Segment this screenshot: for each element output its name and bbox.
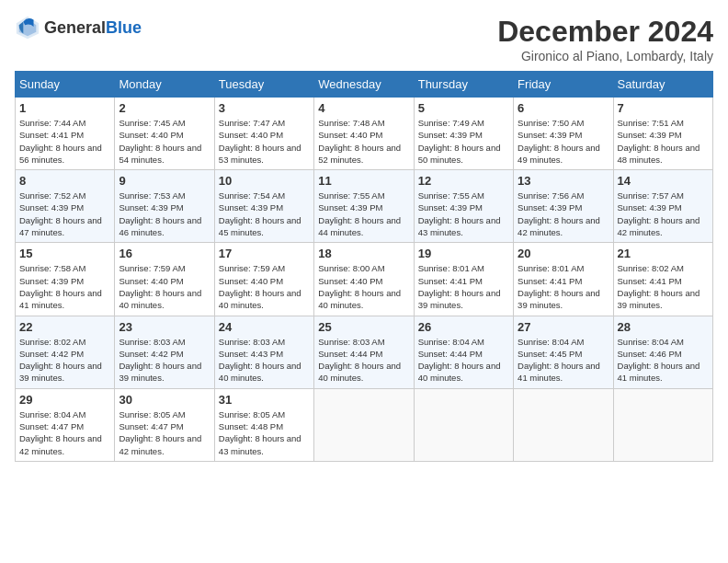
day-cell: 19Sunrise: 8:01 AMSunset: 4:41 PMDayligh… bbox=[414, 243, 513, 316]
day-info: Sunrise: 7:55 AMSunset: 4:39 PMDaylight:… bbox=[418, 190, 509, 238]
title-area: December 2024 Gironico al Piano, Lombard… bbox=[497, 15, 713, 63]
day-number: 20 bbox=[518, 247, 609, 260]
day-cell: 27Sunrise: 8:04 AMSunset: 4:45 PMDayligh… bbox=[514, 316, 613, 388]
day-info: Sunrise: 8:04 AMSunset: 4:46 PMDaylight:… bbox=[618, 336, 709, 385]
day-number: 19 bbox=[418, 247, 509, 260]
day-cell: 14Sunrise: 7:57 AMSunset: 4:39 PMDayligh… bbox=[613, 170, 712, 243]
logo-blue: Blue bbox=[106, 18, 142, 37]
day-cell: 2Sunrise: 7:45 AMSunset: 4:40 PMDaylight… bbox=[115, 98, 214, 170]
day-cell: 30Sunrise: 8:05 AMSunset: 4:47 PMDayligh… bbox=[115, 388, 214, 461]
day-header-wednesday: Wednesday bbox=[314, 72, 414, 98]
day-number: 13 bbox=[518, 174, 609, 188]
day-number: 28 bbox=[618, 320, 709, 334]
day-cell: 4Sunrise: 7:48 AMSunset: 4:40 PMDaylight… bbox=[314, 98, 414, 170]
header-row: SundayMondayTuesdayWednesdayThursdayFrid… bbox=[16, 72, 713, 98]
calendar-subtitle: Gironico al Piano, Lombardy, Italy bbox=[497, 49, 713, 63]
header: GeneralBlue December 2024 Gironico al Pi… bbox=[15, 15, 713, 63]
day-cell: 8Sunrise: 7:52 AMSunset: 4:39 PMDaylight… bbox=[16, 170, 115, 243]
day-info: Sunrise: 7:52 AMSunset: 4:39 PMDaylight:… bbox=[19, 190, 110, 238]
day-cell: 26Sunrise: 8:04 AMSunset: 4:44 PMDayligh… bbox=[414, 316, 513, 388]
day-number: 6 bbox=[518, 101, 609, 115]
day-cell: 22Sunrise: 8:02 AMSunset: 4:42 PMDayligh… bbox=[16, 316, 115, 388]
week-row-2: 8Sunrise: 7:52 AMSunset: 4:39 PMDaylight… bbox=[16, 170, 713, 243]
day-number: 23 bbox=[119, 320, 210, 334]
day-header-tuesday: Tuesday bbox=[214, 72, 313, 98]
day-header-thursday: Thursday bbox=[414, 72, 513, 98]
week-row-5: 29Sunrise: 8:04 AMSunset: 4:47 PMDayligh… bbox=[16, 388, 713, 461]
day-number: 18 bbox=[318, 247, 409, 260]
day-number: 22 bbox=[19, 320, 110, 334]
day-header-saturday: Saturday bbox=[613, 72, 712, 98]
day-number: 9 bbox=[119, 174, 210, 188]
day-cell: 20Sunrise: 8:01 AMSunset: 4:41 PMDayligh… bbox=[514, 243, 613, 316]
day-cell bbox=[414, 388, 513, 461]
day-cell: 29Sunrise: 8:04 AMSunset: 4:47 PMDayligh… bbox=[16, 388, 115, 461]
calendar-table: SundayMondayTuesdayWednesdayThursdayFrid… bbox=[15, 71, 713, 462]
day-info: Sunrise: 8:05 AMSunset: 4:48 PMDaylight:… bbox=[219, 408, 310, 457]
day-info: Sunrise: 7:57 AMSunset: 4:39 PMDaylight:… bbox=[618, 190, 709, 238]
day-info: Sunrise: 7:44 AMSunset: 4:41 PMDaylight:… bbox=[19, 117, 110, 166]
day-cell bbox=[314, 388, 414, 461]
logo-general: General bbox=[44, 18, 106, 37]
day-number: 8 bbox=[19, 174, 110, 188]
day-cell bbox=[514, 388, 613, 461]
day-cell: 24Sunrise: 8:03 AMSunset: 4:43 PMDayligh… bbox=[214, 316, 313, 388]
day-info: Sunrise: 8:01 AMSunset: 4:41 PMDaylight:… bbox=[518, 262, 609, 311]
day-number: 16 bbox=[119, 247, 210, 260]
day-number: 21 bbox=[618, 247, 709, 260]
day-number: 24 bbox=[219, 320, 310, 334]
day-number: 3 bbox=[219, 101, 310, 115]
day-cell: 21Sunrise: 8:02 AMSunset: 4:41 PMDayligh… bbox=[613, 243, 712, 316]
day-number: 14 bbox=[618, 174, 709, 188]
day-cell: 11Sunrise: 7:55 AMSunset: 4:39 PMDayligh… bbox=[314, 170, 414, 243]
day-header-friday: Friday bbox=[514, 72, 613, 98]
day-cell: 6Sunrise: 7:50 AMSunset: 4:39 PMDaylight… bbox=[514, 98, 613, 170]
week-row-1: 1Sunrise: 7:44 AMSunset: 4:41 PMDaylight… bbox=[16, 98, 713, 170]
day-info: Sunrise: 8:03 AMSunset: 4:43 PMDaylight:… bbox=[219, 336, 310, 385]
day-number: 5 bbox=[418, 101, 509, 115]
day-info: Sunrise: 8:02 AMSunset: 4:42 PMDaylight:… bbox=[19, 336, 110, 385]
day-number: 30 bbox=[119, 393, 210, 407]
day-number: 15 bbox=[19, 247, 110, 260]
day-cell: 9Sunrise: 7:53 AMSunset: 4:39 PMDaylight… bbox=[115, 170, 214, 243]
day-number: 1 bbox=[19, 101, 110, 115]
day-header-sunday: Sunday bbox=[16, 72, 115, 98]
week-row-4: 22Sunrise: 8:02 AMSunset: 4:42 PMDayligh… bbox=[16, 316, 713, 388]
day-cell: 28Sunrise: 8:04 AMSunset: 4:46 PMDayligh… bbox=[613, 316, 712, 388]
logo-icon bbox=[15, 15, 40, 40]
day-info: Sunrise: 7:59 AMSunset: 4:40 PMDaylight:… bbox=[219, 262, 310, 311]
day-info: Sunrise: 7:51 AMSunset: 4:39 PMDaylight:… bbox=[618, 117, 709, 166]
day-info: Sunrise: 8:00 AMSunset: 4:40 PMDaylight:… bbox=[318, 262, 409, 311]
week-row-3: 15Sunrise: 7:58 AMSunset: 4:39 PMDayligh… bbox=[16, 243, 713, 316]
day-info: Sunrise: 8:02 AMSunset: 4:41 PMDaylight:… bbox=[618, 262, 709, 311]
day-number: 29 bbox=[19, 393, 110, 407]
day-cell: 12Sunrise: 7:55 AMSunset: 4:39 PMDayligh… bbox=[414, 170, 513, 243]
day-cell bbox=[613, 388, 712, 461]
logo-text: GeneralBlue bbox=[44, 18, 142, 38]
day-number: 10 bbox=[219, 174, 310, 188]
day-number: 12 bbox=[418, 174, 509, 188]
day-info: Sunrise: 7:45 AMSunset: 4:40 PMDaylight:… bbox=[119, 117, 210, 166]
day-info: Sunrise: 7:47 AMSunset: 4:40 PMDaylight:… bbox=[219, 117, 310, 166]
day-info: Sunrise: 8:04 AMSunset: 4:44 PMDaylight:… bbox=[418, 336, 509, 385]
day-cell: 7Sunrise: 7:51 AMSunset: 4:39 PMDaylight… bbox=[613, 98, 712, 170]
day-info: Sunrise: 7:49 AMSunset: 4:39 PMDaylight:… bbox=[418, 117, 509, 166]
day-cell: 17Sunrise: 7:59 AMSunset: 4:40 PMDayligh… bbox=[214, 243, 313, 316]
day-info: Sunrise: 7:56 AMSunset: 4:39 PMDaylight:… bbox=[518, 190, 609, 238]
day-number: 4 bbox=[318, 101, 409, 115]
day-info: Sunrise: 7:58 AMSunset: 4:39 PMDaylight:… bbox=[19, 262, 110, 311]
day-info: Sunrise: 7:50 AMSunset: 4:39 PMDaylight:… bbox=[518, 117, 609, 166]
day-cell: 23Sunrise: 8:03 AMSunset: 4:42 PMDayligh… bbox=[115, 316, 214, 388]
day-cell: 13Sunrise: 7:56 AMSunset: 4:39 PMDayligh… bbox=[514, 170, 613, 243]
calendar-title: December 2024 bbox=[497, 15, 713, 49]
day-info: Sunrise: 7:53 AMSunset: 4:39 PMDaylight:… bbox=[119, 190, 210, 238]
day-info: Sunrise: 8:04 AMSunset: 4:47 PMDaylight:… bbox=[19, 408, 110, 457]
day-number: 2 bbox=[119, 101, 210, 115]
day-info: Sunrise: 8:03 AMSunset: 4:44 PMDaylight:… bbox=[318, 336, 409, 385]
day-cell: 18Sunrise: 8:00 AMSunset: 4:40 PMDayligh… bbox=[314, 243, 414, 316]
day-info: Sunrise: 7:55 AMSunset: 4:39 PMDaylight:… bbox=[318, 190, 409, 238]
day-cell: 1Sunrise: 7:44 AMSunset: 4:41 PMDaylight… bbox=[16, 98, 115, 170]
day-number: 26 bbox=[418, 320, 509, 334]
day-info: Sunrise: 8:03 AMSunset: 4:42 PMDaylight:… bbox=[119, 336, 210, 385]
day-number: 17 bbox=[219, 247, 310, 260]
